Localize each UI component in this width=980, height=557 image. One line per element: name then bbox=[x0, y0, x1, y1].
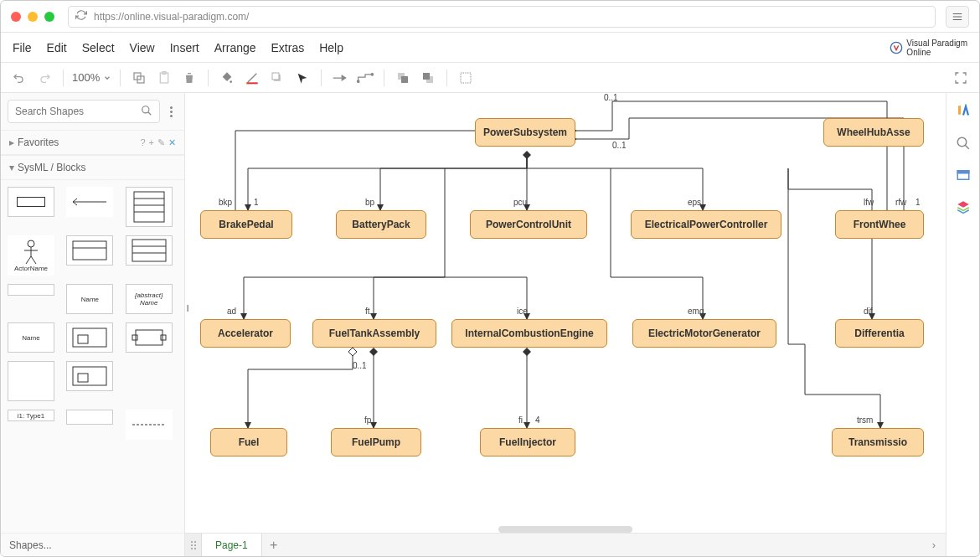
menu-view[interactable]: View bbox=[130, 41, 155, 54]
menu-insert[interactable]: Insert bbox=[170, 41, 199, 54]
shape-block-internal[interactable] bbox=[66, 322, 113, 353]
help-icon[interactable]: ? bbox=[140, 137, 145, 148]
line-color-button[interactable] bbox=[242, 68, 262, 88]
shape-named-block[interactable]: Name bbox=[66, 284, 113, 314]
shape-actor-label: ActorName bbox=[14, 265, 48, 272]
search-panel-icon[interactable] bbox=[955, 135, 972, 152]
style-button[interactable] bbox=[292, 68, 312, 88]
waypoints-button[interactable] bbox=[355, 68, 375, 88]
copy-button[interactable] bbox=[129, 68, 149, 88]
redo-button[interactable] bbox=[34, 68, 54, 88]
edge-label-one-a: 1 bbox=[254, 198, 259, 207]
svg-rect-41 bbox=[161, 335, 166, 340]
maximize-window-button[interactable] bbox=[44, 12, 54, 22]
svg-rect-39 bbox=[136, 330, 162, 345]
shape-search[interactable] bbox=[8, 100, 160, 123]
svg-rect-19 bbox=[461, 73, 471, 83]
delete-button[interactable] bbox=[179, 68, 199, 88]
sidebar-more-button[interactable] bbox=[165, 106, 178, 117]
svg-rect-38 bbox=[78, 335, 88, 343]
node-fuel-tank-assembly[interactable]: FuelTankAssembly bbox=[312, 319, 436, 348]
edge-label-l-clip: l bbox=[187, 304, 188, 313]
shape-dashed-arrow[interactable] bbox=[126, 410, 173, 440]
shape-named-block-alt[interactable]: Name bbox=[8, 322, 54, 353]
horizontal-scrollbar[interactable] bbox=[498, 526, 632, 533]
layers-panel-icon[interactable] bbox=[955, 199, 972, 215]
shape-search-input[interactable] bbox=[15, 106, 141, 117]
node-internal-combustion-engine[interactable]: InternalCombustionEngine bbox=[451, 319, 607, 348]
reload-icon[interactable] bbox=[75, 9, 87, 23]
shape-actor[interactable]: ActorName bbox=[8, 235, 54, 276]
search-icon[interactable] bbox=[141, 105, 152, 119]
node-fuel[interactable]: Fuel bbox=[210, 428, 287, 456]
menu-file[interactable]: File bbox=[13, 41, 32, 54]
fullscreen-button[interactable] bbox=[951, 68, 971, 88]
menu-extras[interactable]: Extras bbox=[271, 41, 305, 54]
undo-button[interactable] bbox=[9, 68, 29, 88]
shadow-button[interactable] bbox=[267, 68, 287, 88]
node-brake-pedal[interactable]: BrakePedal bbox=[200, 210, 292, 239]
close-window-button[interactable] bbox=[11, 12, 21, 22]
svg-point-49 bbox=[191, 548, 193, 549]
browser-menu-button[interactable] bbox=[946, 6, 969, 28]
connector-style-button[interactable] bbox=[330, 68, 350, 88]
menubar: File Edit Select View Insert Arrange Ext… bbox=[1, 33, 979, 63]
shape-arrow[interactable] bbox=[66, 187, 113, 217]
tabs-scroll-right[interactable]: › bbox=[922, 539, 946, 551]
add-page-button[interactable]: + bbox=[262, 538, 286, 553]
shape-block-3part[interactable] bbox=[126, 235, 173, 266]
shape-block-nested[interactable] bbox=[66, 361, 113, 391]
paste-button[interactable] bbox=[154, 68, 174, 88]
menu-edit[interactable]: Edit bbox=[47, 41, 67, 54]
edit-icon[interactable]: ✎ bbox=[157, 137, 165, 148]
tab-page-1[interactable]: Page-1 bbox=[202, 534, 262, 556]
shape-block-tall[interactable] bbox=[8, 361, 54, 401]
menu-select[interactable]: Select bbox=[82, 41, 115, 54]
node-differential[interactable]: Differentia bbox=[835, 319, 924, 348]
shape-typed-part[interactable]: i1: Type1 bbox=[8, 410, 54, 421]
minimize-window-button[interactable] bbox=[28, 12, 38, 22]
format-panel-icon[interactable] bbox=[955, 103, 972, 120]
favorites-section-header[interactable]: ▸Favorites ? + ✎ ✕ bbox=[1, 130, 184, 155]
node-fuel-pump[interactable]: FuelPump bbox=[331, 428, 421, 456]
menu-arrange[interactable]: Arrange bbox=[214, 41, 256, 54]
fill-color-button[interactable] bbox=[217, 68, 237, 88]
node-electrical-power-controller[interactable]: ElectricalPowerController bbox=[631, 210, 781, 239]
shape-block-ports[interactable] bbox=[126, 322, 173, 353]
to-front-button[interactable] bbox=[393, 68, 413, 88]
sysml-section-header[interactable]: ▾SysML / Blocks bbox=[1, 155, 184, 180]
close-icon[interactable]: ✕ bbox=[168, 137, 176, 148]
node-transmission[interactable]: Transmissio bbox=[832, 428, 924, 456]
svg-point-45 bbox=[191, 541, 193, 543]
outline-panel-icon[interactable] bbox=[955, 167, 972, 183]
shape-block-simple[interactable] bbox=[8, 187, 54, 217]
shape-block-compartments[interactable] bbox=[126, 187, 173, 227]
shape-block-2part[interactable] bbox=[66, 235, 113, 266]
node-front-wheel[interactable]: FrontWhee bbox=[835, 210, 924, 239]
menu-help[interactable]: Help bbox=[319, 41, 343, 54]
node-electric-motor-generator[interactable]: ElectricMotorGenerator bbox=[632, 319, 776, 348]
shape-block-thin[interactable] bbox=[8, 284, 54, 296]
svg-point-47 bbox=[191, 544, 193, 546]
add-icon[interactable]: + bbox=[149, 137, 154, 148]
node-accelerator[interactable]: Accelerator bbox=[200, 319, 291, 348]
zoom-select[interactable]: 100% bbox=[72, 71, 111, 84]
url-bar[interactable]: https://online.visual-paradigm.com/ bbox=[68, 6, 936, 28]
tab-grip[interactable] bbox=[185, 534, 202, 556]
edge-label-emg: emg bbox=[688, 307, 704, 316]
svg-rect-51 bbox=[958, 106, 961, 115]
chevron-down-icon: ▾ bbox=[9, 162, 14, 173]
node-power-control-unit[interactable]: PowerControlUnit bbox=[470, 210, 587, 239]
edge-label-bkp: bkp bbox=[219, 198, 232, 207]
node-fuel-injector[interactable]: FuelInjector bbox=[480, 428, 575, 456]
node-power-subsystem[interactable]: PowerSubsystem bbox=[475, 118, 575, 147]
diagram-canvas[interactable]: PowerSubsystem WheelHubAsse BrakePedal B… bbox=[185, 93, 946, 556]
zoom-value: 100% bbox=[72, 71, 100, 84]
shapes-footer-button[interactable]: Shapes... bbox=[1, 533, 184, 556]
shape-abstract-block[interactable]: {abstract} Name bbox=[126, 284, 173, 314]
marquee-button[interactable] bbox=[456, 68, 476, 88]
shape-block-small[interactable] bbox=[66, 410, 113, 425]
node-wheel-hub-assembly[interactable]: WheelHubAsse bbox=[823, 118, 924, 147]
to-back-button[interactable] bbox=[418, 68, 438, 88]
node-battery-pack[interactable]: BatteryPack bbox=[336, 210, 426, 239]
